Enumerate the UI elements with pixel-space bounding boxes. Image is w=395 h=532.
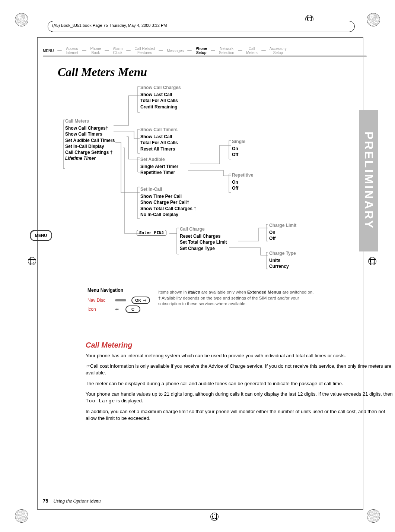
item-lifetime-timer: Lifetime Timer: [65, 155, 115, 161]
item-total-for-all-calls: Total For All Calls: [140, 98, 181, 104]
item-show-last-call-timer: Show Last Call: [140, 134, 178, 140]
para-2: ☞Call cost information is only available…: [86, 363, 395, 376]
item-show-call-charges: Show Call Charges†: [65, 125, 115, 131]
item-repetitive-off: Off: [232, 185, 253, 191]
item-show-call-timers: Show Call Timers: [65, 131, 115, 137]
menu-navigation: Menu Navigation Nav Disc OK Icon C: [87, 288, 150, 314]
page-number: 75: [43, 498, 48, 504]
nav-item-call-meters: CallMeters: [246, 47, 258, 55]
item-charge-limit-on: On: [269, 229, 296, 235]
menu-tree-diagram: Call Meters Show Call Charges† Show Call…: [43, 83, 367, 314]
nav-item-call-related: Call RelatedFeatures: [134, 47, 155, 55]
item-set-audible-call-timers: Set Audible Call Timers: [65, 137, 115, 143]
menu-navigation-header: Menu Navigation: [87, 288, 150, 293]
item-repetitive-timer: Repetitive Timer: [140, 170, 178, 175]
item-no-in-call-display: No In-Call Display: [140, 212, 196, 218]
footer-caption: Using the Options Menu: [53, 498, 101, 504]
notes-italics-availability: Items shown in Italics are available onl…: [158, 289, 315, 307]
group-repetitive: Repetitive On Off: [232, 172, 253, 191]
file-info: (A5) Book_8J51.book Page 75 Thursday, Ma…: [52, 23, 167, 28]
label-nav-disc: Nav Disc: [87, 298, 110, 303]
item-show-charge-per-call: Show Charge Per Call†: [140, 199, 196, 205]
item-charge-limit-off: Off: [269, 235, 296, 241]
nav-item-messages: Messages: [167, 49, 184, 53]
page-title: Call Meters Menu: [58, 65, 367, 79]
group-charge-limit: Charge Limit On Off: [269, 222, 296, 242]
item-call-charge-settings: Call Charge Settings †: [65, 149, 115, 155]
item-charge-type-units: Units: [269, 257, 296, 263]
item-single-on: On: [232, 146, 245, 152]
crop-radial-tl: [15, 13, 28, 26]
item-set-total-charge-limit: Set Total Charge Limit: [180, 239, 227, 245]
page-footer: 75 Using the Options Menu: [43, 498, 101, 504]
group-set-in-call: Set In-Call Show Time Per Call Show Char…: [140, 186, 196, 218]
crop-radial-bl: [15, 509, 28, 523]
group-single: Single On Off: [232, 139, 245, 158]
group-show-call-charges: Show Call Charges Show Last Call Total F…: [140, 85, 181, 110]
nav-menu-label: MENU: [43, 49, 54, 53]
registration-mark-left: [28, 257, 36, 265]
nav-item-network-selection: NetworkSelection: [219, 47, 234, 55]
item-show-total-call-charges: Show Total Call Charges †: [140, 206, 196, 212]
item-charge-type-currency: Currency: [269, 263, 296, 269]
para-1: Your phone has an internal metering syst…: [86, 352, 395, 359]
label-icon: Icon: [87, 307, 110, 312]
nav-item-accessory-setup: AccessorySetup: [270, 47, 287, 55]
side-tab-preliminary: PRELIMINARY: [359, 110, 378, 251]
registration-mark-right: [368, 257, 376, 265]
item-show-last-call: Show Last Call: [140, 92, 181, 98]
para-5: In addition, you can set a maximum charg…: [86, 408, 395, 422]
note-availability: † Availability depends on the type and s…: [158, 295, 315, 307]
nav-underline: [43, 56, 367, 57]
para-4: Your phone can handle values up to 21 di…: [86, 391, 395, 405]
ok-button[interactable]: OK: [131, 297, 150, 304]
item-credit-remaining: Credit Remaining: [140, 104, 181, 110]
item-show-time-per-call: Show Time Per Call: [140, 193, 196, 199]
top-nav-bar: MENU AccessInternet PhoneBook AlarmClock…: [43, 47, 367, 55]
item-repetitive-on: On: [232, 179, 253, 185]
item-total-for-all-calls-timer: Total For All Calls: [140, 140, 178, 146]
item-reset-call-charges: Reset Call Charges: [180, 233, 227, 239]
item-set-in-call-display: Set In-Call Display: [65, 143, 115, 149]
bar-icon: [115, 299, 126, 301]
group-charge-type: Charge Type Units Currency: [269, 250, 296, 270]
c-button[interactable]: C: [125, 305, 140, 313]
crop-radial-tr: [367, 13, 380, 26]
group-show-call-timers: Show Call Timers Show Last Call Total Fo…: [140, 127, 178, 152]
group-call-meters: Call Meters Show Call Charges† Show Call…: [65, 118, 115, 161]
group-call-charge: Call Charge Reset Call Charges Set Total…: [180, 226, 227, 251]
arrow-left-icon: [115, 307, 120, 312]
registration-mark-bottom: [210, 513, 219, 521]
item-reset-all-timers: Reset All Timers: [140, 146, 178, 152]
nav-item-phone-setup: PhoneSetup: [195, 47, 207, 55]
tree-connectors: [43, 83, 367, 314]
nav-dash: [57, 50, 62, 51]
item-set-charge-type: Set Charge Type: [180, 246, 227, 251]
nav-item-phone-book: PhoneBook: [90, 47, 101, 55]
menu-oval-button[interactable]: MENU: [30, 230, 52, 241]
para-3: The meter can be displayed during a phon…: [86, 380, 395, 387]
enter-pin2-box: Enter PIN2: [137, 230, 166, 236]
crop-radial-br: [367, 509, 380, 523]
nav-item-alarm-clock: AlarmClock: [113, 47, 122, 55]
section-heading-call-metering: Call Metering: [86, 341, 395, 349]
nav-item-access-internet: AccessInternet: [66, 47, 78, 55]
group-set-audible: Set Audible Single Alert Timer Repetitiv…: [140, 156, 178, 176]
item-single-alert-timer: Single Alert Timer: [140, 164, 178, 170]
item-single-off: Off: [232, 152, 245, 158]
